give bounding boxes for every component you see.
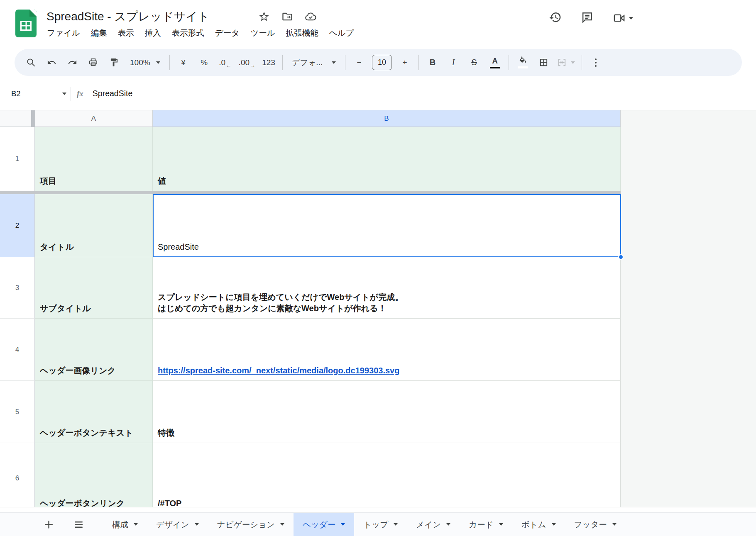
format-percent-button[interactable]: % bbox=[195, 53, 214, 72]
cell-b1[interactable]: 値 bbox=[153, 127, 621, 191]
menu-extensions[interactable]: 拡張機能 bbox=[281, 25, 324, 41]
merge-cells-button[interactable] bbox=[555, 53, 577, 72]
move-to-folder-icon[interactable] bbox=[281, 11, 293, 24]
search-icon[interactable] bbox=[21, 53, 40, 72]
sheet-tabs: 構成 デザイン ナビゲーション ヘッダー トップ メイン カード ボトム フッタ… bbox=[103, 513, 626, 536]
increase-font-size-button[interactable]: + bbox=[395, 53, 414, 72]
chevron-down-icon[interactable] bbox=[195, 523, 199, 526]
cell-b4[interactable]: https://spread-site.com/_next/static/med… bbox=[153, 319, 621, 381]
cell-b5[interactable]: 特徴 bbox=[153, 381, 621, 443]
comments-icon[interactable] bbox=[581, 11, 594, 25]
print-icon[interactable] bbox=[83, 53, 103, 72]
increase-decimal-button[interactable]: .00→ bbox=[236, 53, 257, 72]
selection-border-b2[interactable] bbox=[153, 194, 621, 257]
number-format-button[interactable]: 123 bbox=[259, 53, 278, 72]
cell-a1[interactable]: 項目 bbox=[35, 127, 153, 191]
sheet-tab-bar: 構成 デザイン ナビゲーション ヘッダー トップ メイン カード ボトム フッタ… bbox=[0, 512, 756, 536]
menu-edit[interactable]: 編集 bbox=[86, 25, 113, 41]
fill-color-button[interactable] bbox=[513, 53, 532, 72]
decrease-decimal-button[interactable]: .0← bbox=[215, 53, 235, 72]
chevron-down-icon[interactable] bbox=[394, 523, 398, 526]
menu-data[interactable]: データ bbox=[210, 25, 245, 41]
row-header-5[interactable]: 5 bbox=[0, 381, 35, 443]
document-title[interactable]: SpreadSite - スプレッドサイト bbox=[46, 9, 210, 24]
sheet-tab-design[interactable]: デザイン bbox=[147, 513, 208, 536]
horizontal-scroll-area[interactable] bbox=[0, 507, 756, 512]
sheet-tab-header-active[interactable]: ヘッダー bbox=[294, 513, 354, 536]
frozen-row-divider[interactable] bbox=[0, 191, 621, 194]
font-size-input[interactable]: 10 bbox=[372, 55, 392, 70]
menu-help[interactable]: ヘルプ bbox=[324, 25, 360, 41]
strikethrough-button[interactable]: S bbox=[465, 53, 484, 72]
cell-a6[interactable]: ヘッダーボタンリンク bbox=[35, 443, 153, 507]
bold-button[interactable]: B bbox=[423, 53, 442, 72]
column-header-b[interactable]: B bbox=[153, 110, 621, 127]
text-color-button[interactable]: A bbox=[485, 53, 504, 72]
paint-format-icon[interactable] bbox=[104, 53, 123, 72]
menu-file[interactable]: ファイル bbox=[42, 25, 86, 41]
chevron-down-icon[interactable] bbox=[446, 523, 450, 526]
chevron-down-icon[interactable] bbox=[629, 17, 633, 19]
cell-a3[interactable]: サブタイトル bbox=[35, 257, 153, 319]
sheet-tab-top[interactable]: トップ bbox=[354, 513, 407, 536]
sheet-tab-card[interactable]: カード bbox=[460, 513, 512, 536]
sheets-logo-icon[interactable] bbox=[15, 10, 37, 37]
video-call-button[interactable] bbox=[613, 12, 633, 24]
chevron-down-icon[interactable] bbox=[134, 523, 138, 526]
redo-icon[interactable] bbox=[63, 53, 82, 72]
freeze-handle[interactable] bbox=[31, 110, 35, 127]
decrease-font-size-button[interactable]: − bbox=[350, 53, 369, 72]
column-header-a[interactable]: A bbox=[35, 110, 153, 127]
row-header-2[interactable]: 2 bbox=[0, 194, 35, 257]
zoom-select[interactable]: 100% bbox=[125, 53, 165, 72]
undo-icon[interactable] bbox=[42, 53, 61, 72]
chevron-down-icon bbox=[156, 61, 160, 64]
row-header-3[interactable]: 3 bbox=[0, 257, 35, 319]
menu-view[interactable]: 表示 bbox=[113, 25, 139, 41]
format-currency-button[interactable]: ¥ bbox=[174, 53, 193, 72]
top-bar: SpreadSite - スプレッドサイト ファイル 編集 表示 挿入 表示形式… bbox=[0, 0, 756, 48]
more-options-button[interactable] bbox=[586, 53, 605, 72]
fill-color-icon bbox=[519, 56, 527, 65]
star-icon[interactable] bbox=[258, 11, 270, 24]
chevron-down-icon[interactable] bbox=[552, 523, 556, 526]
menu-tools[interactable]: ツール bbox=[245, 25, 280, 41]
cell-link[interactable]: https://spread-site.com/_next/static/med… bbox=[158, 365, 399, 376]
row-header-1[interactable]: 1 bbox=[0, 127, 35, 191]
cloud-saved-icon[interactable] bbox=[305, 11, 316, 24]
column-header-row: A B bbox=[0, 110, 756, 127]
chevron-down-icon[interactable] bbox=[280, 523, 284, 526]
fx-icon: fx bbox=[77, 89, 83, 98]
cell-a5[interactable]: ヘッダーボタンテキスト bbox=[35, 381, 153, 443]
italic-button[interactable]: I bbox=[444, 53, 463, 72]
sheet-tab-kousei[interactable]: 構成 bbox=[103, 513, 147, 536]
text-color-swatch bbox=[490, 67, 500, 69]
row-header-6[interactable]: 6 bbox=[0, 443, 35, 507]
version-history-icon[interactable] bbox=[549, 11, 562, 25]
chevron-down-icon[interactable] bbox=[612, 523, 617, 526]
sheet-tab-bottom[interactable]: ボトム bbox=[512, 513, 565, 536]
sheet-tab-main[interactable]: メイン bbox=[407, 513, 460, 536]
formula-input[interactable]: SpreadSite bbox=[93, 89, 132, 98]
borders-button[interactable] bbox=[534, 53, 553, 72]
all-sheets-icon[interactable] bbox=[69, 515, 88, 534]
sheet-tab-navigation[interactable]: ナビゲーション bbox=[208, 513, 294, 536]
menu-insert[interactable]: 挿入 bbox=[139, 25, 166, 41]
menu-format[interactable]: 表示形式 bbox=[166, 25, 210, 41]
fill-handle[interactable] bbox=[618, 254, 624, 260]
row-header-4[interactable]: 4 bbox=[0, 319, 35, 381]
cell-b3[interactable]: スプレッドシートに項目を埋めていくだけでWebサイトが完成。 はじめての方でも超… bbox=[153, 257, 621, 319]
video-call-icon bbox=[613, 12, 626, 24]
spreadsheet-grid: A B 1 項目 値 2 タイトル SpreadSite 3 サブタイトル スプ… bbox=[0, 110, 756, 507]
cell-a2[interactable]: タイトル bbox=[35, 194, 153, 257]
add-sheet-icon[interactable] bbox=[39, 515, 58, 534]
cell-b6[interactable]: /#TOP bbox=[153, 443, 621, 507]
cell-a4[interactable]: ヘッダー画像リンク bbox=[35, 319, 153, 381]
sheet-tab-footer[interactable]: フッター bbox=[565, 513, 626, 536]
chevron-down-icon[interactable] bbox=[62, 93, 66, 95]
name-box[interactable]: B2 bbox=[0, 89, 66, 98]
select-all-corner[interactable] bbox=[0, 110, 35, 127]
chevron-down-icon[interactable] bbox=[341, 523, 345, 526]
chevron-down-icon[interactable] bbox=[499, 523, 503, 526]
font-family-select[interactable]: デフォ... bbox=[287, 53, 341, 72]
